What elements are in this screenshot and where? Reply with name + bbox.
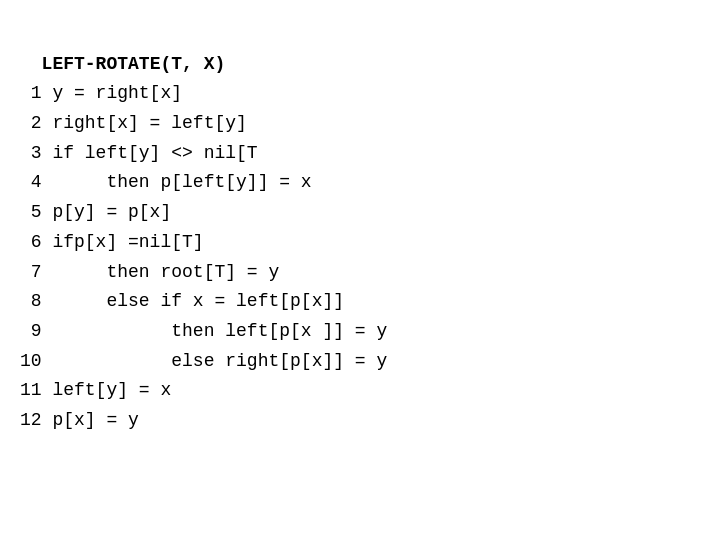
- code-line: 3 if left[y] <> nil[T: [20, 143, 258, 163]
- code-block: LEFT-ROTATE(T, X) 1 y = right[x] 2 right…: [20, 20, 387, 465]
- code-line: 2 right[x] = left[y]: [20, 113, 247, 133]
- code-line: 4 then p[left[y]] = x: [20, 172, 312, 192]
- code-line: 9 then left[p[x ]] = y: [20, 321, 387, 341]
- code-line: 10 else right[p[x]] = y: [20, 351, 387, 371]
- code-line: 6 ifp[x] =nil[T]: [20, 232, 204, 252]
- code-line: 12 p[x] = y: [20, 410, 139, 430]
- code-line: 7 then root[T] = y: [20, 262, 279, 282]
- code-title: LEFT-ROTATE(T, X): [42, 54, 226, 74]
- code-line: 1 y = right[x]: [20, 83, 182, 103]
- code-line: 5 p[y] = p[x]: [20, 202, 171, 222]
- code-line: 11 left[y] = x: [20, 380, 171, 400]
- code-line: 8 else if x = left[p[x]]: [20, 291, 344, 311]
